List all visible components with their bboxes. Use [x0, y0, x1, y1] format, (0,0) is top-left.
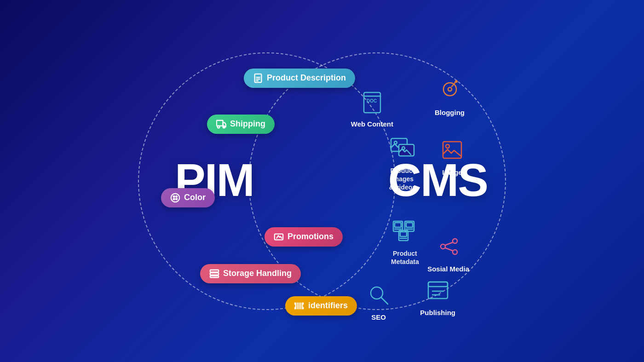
image-label: Image — [442, 168, 462, 176]
svg-point-7 — [171, 193, 179, 201]
center-product-images: ProductImages& videos — [389, 135, 416, 192]
seo-icon — [364, 280, 393, 310]
badge-product-description-label: Product Description — [267, 73, 346, 83]
svg-rect-43 — [428, 282, 448, 287]
svg-rect-4 — [217, 120, 223, 126]
svg-point-34 — [446, 144, 449, 148]
svg-point-31 — [448, 87, 452, 91]
svg-rect-15 — [210, 276, 218, 277]
blogging-icon — [435, 75, 465, 105]
social-media-icon — [434, 232, 463, 261]
svg-point-37 — [453, 250, 457, 254]
svg-rect-13 — [210, 270, 218, 272]
image-icon — [437, 135, 467, 165]
badge-identifiers-label: identifiers — [308, 301, 348, 310]
main-diagram: PIM CMS Product Description — [0, 0, 644, 362]
web-content-label: Web Content — [351, 120, 393, 128]
palette-icon — [170, 193, 180, 203]
badge-product-description: Product Description — [244, 69, 355, 88]
svg-line-38 — [445, 242, 453, 245]
svg-point-5 — [218, 126, 220, 128]
barcode-icon — [294, 301, 305, 311]
seo-label: SEO — [371, 313, 386, 321]
web-content-icon: DOC — [357, 87, 387, 116]
svg-point-10 — [173, 198, 175, 200]
svg-text:DOC: DOC — [367, 98, 377, 103]
svg-rect-24 — [406, 223, 413, 227]
svg-rect-33 — [443, 142, 461, 158]
truck-icon — [216, 119, 226, 129]
venn-diagram: PIM CMS Product Description — [115, 25, 529, 338]
badge-promotions: Promotions — [264, 227, 343, 247]
social-media-label: Sosial Media — [427, 265, 469, 273]
badge-color-label: Color — [184, 193, 206, 202]
svg-point-9 — [176, 195, 177, 197]
svg-point-32 — [455, 80, 458, 83]
product-images-label: ProductImages& videos — [389, 167, 416, 192]
doc-icon — [253, 73, 263, 83]
center-product-metadata: ProductMetadata — [391, 218, 419, 266]
svg-line-41 — [381, 298, 388, 304]
cms-image: Image — [437, 135, 467, 176]
badge-color: Color — [161, 188, 215, 207]
cms-web-content: DOC Web Content — [351, 87, 393, 128]
product-metadata-label: ProductMetadata — [391, 249, 419, 266]
svg-point-17 — [394, 141, 397, 144]
badge-storage-handling: Storage Handling — [200, 264, 301, 283]
svg-rect-42 — [428, 282, 448, 299]
badge-storage-label: Storage Handling — [223, 269, 292, 278]
cms-publishing: Publishing — [420, 276, 455, 316]
storage-icon — [209, 269, 219, 279]
svg-point-11 — [176, 198, 177, 200]
svg-point-40 — [371, 287, 383, 299]
svg-point-35 — [453, 239, 457, 243]
badge-identifiers: identifiers — [285, 296, 357, 316]
svg-rect-21 — [395, 223, 401, 227]
badge-shipping: Shipping — [207, 115, 275, 134]
cms-social-media: Sosial Media — [427, 232, 469, 273]
badge-shipping-label: Shipping — [230, 119, 265, 129]
publishing-icon — [423, 276, 453, 305]
product-images-icon — [389, 135, 416, 163]
publishing-label: Publishing — [420, 309, 455, 316]
svg-rect-27 — [400, 232, 407, 236]
promo-icon — [274, 232, 284, 242]
blogging-label: Blogging — [435, 109, 465, 116]
svg-line-39 — [445, 248, 453, 251]
badge-promotions-label: Promotions — [288, 232, 334, 241]
svg-rect-14 — [210, 273, 218, 275]
cms-seo: SEO — [364, 280, 393, 321]
cms-blogging: Blogging — [435, 75, 465, 116]
svg-point-8 — [173, 195, 175, 197]
product-metadata-icon — [391, 218, 419, 246]
svg-point-36 — [441, 244, 445, 249]
